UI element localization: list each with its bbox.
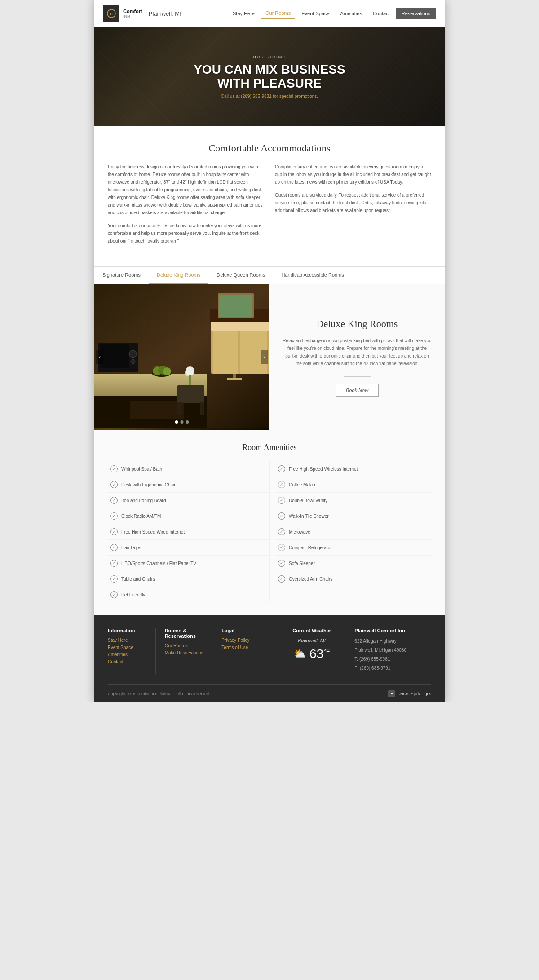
hero-content: OUR ROOMS YOU CAN MIX BUSINESS WITH PLEA… <box>194 55 345 99</box>
tab-signature-rooms[interactable]: Signature Rooms <box>94 267 149 284</box>
footer-weather-title: Current Weather <box>278 628 345 633</box>
footer-link-stay-here[interactable]: Stay Here <box>108 638 155 643</box>
amenities-col-right: Free High Speed Wireless Internet Coffee… <box>270 461 431 602</box>
weather-location: Plainwell, MI <box>278 638 345 643</box>
amenities-title: Room Amenities <box>108 443 431 452</box>
amenity-label: Walk-In Tile Shower <box>289 514 329 519</box>
amenity-label: Compact Refrigerator <box>289 545 332 550</box>
list-item: Double Bowl Vanity <box>275 493 431 508</box>
choice-label: CHOICE privileges <box>397 692 431 696</box>
amenity-label: Desk with Ergonomic Chair <box>121 482 176 487</box>
check-icon <box>278 544 285 551</box>
logo-text: Comfort INN <box>123 9 142 18</box>
amenities-col-left: Whirlpool Spa / Bath Desk with Ergonomic… <box>108 461 270 602</box>
list-item: Coffee Maker <box>275 477 431 493</box>
amenity-label: Oversized Arm Chairs <box>289 577 332 582</box>
list-item: Clock Radio AM/FM <box>108 508 270 524</box>
dot-3[interactable] <box>186 420 189 424</box>
svg-text:C: C <box>110 13 112 16</box>
room-card: ‹ › Deluxe King Rooms Relax and recharge… <box>94 284 445 430</box>
rooms-tabs-bar: Signature Rooms Deluxe King Rooms Deluxe… <box>94 267 445 284</box>
list-item: Hair Dryer <box>108 540 270 556</box>
tab-deluxe-queen[interactable]: Deluxe Queen Rooms <box>208 267 273 284</box>
check-icon <box>110 497 118 504</box>
svg-rect-18 <box>227 378 242 380</box>
footer-col-address: Plainwell Comfort Inn 622 Allegan Highwa… <box>354 628 431 674</box>
amenity-label: Free High Speed Wired Internet <box>121 530 185 534</box>
site-header: C Comfort INN Plainwell, MI Stay Here Ou… <box>94 0 445 27</box>
footer-link-terms[interactable]: Terms of Use <box>221 645 269 650</box>
check-icon <box>110 528 118 535</box>
footer-address-title: Plainwell Comfort Inn <box>354 628 431 633</box>
footer-link-event-space[interactable]: Event Space <box>108 645 155 650</box>
footer-grid: Information Stay Here Event Space Amenit… <box>108 628 431 684</box>
amenities-section: Room Amenities Whirlpool Spa / Bath Desk… <box>94 430 445 615</box>
logo-area: C Comfort INN Plainwell, MI <box>103 5 181 22</box>
tab-deluxe-king[interactable]: Deluxe King Rooms <box>149 267 208 284</box>
check-icon <box>278 560 285 567</box>
check-icon <box>278 497 285 504</box>
nav-contact[interactable]: Contact <box>368 8 394 19</box>
footer-link-amenities[interactable]: Amenities <box>108 652 155 657</box>
footer-col-weather: Current Weather Plainwell, MI ⛅ 63°F <box>278 628 345 674</box>
accom-p4: Guest rooms are serviced daily. To reque… <box>275 191 431 214</box>
footer-address-street: 622 Allegan Highway <box>354 638 431 645</box>
svg-point-15 <box>163 367 171 375</box>
amenity-label: Pet Friendly <box>121 592 145 597</box>
carousel-next-button[interactable]: › <box>261 350 268 364</box>
room-image-area: ‹ › <box>94 284 270 430</box>
hero-title-line1: YOU CAN MIX BUSINESS <box>194 62 345 76</box>
nav-amenities[interactable]: Amenities <box>336 8 367 19</box>
hero-title-line2: WITH PLEASURE <box>217 76 322 90</box>
dot-2[interactable] <box>181 420 184 424</box>
hero-eyebrow: OUR ROOMS <box>194 55 345 59</box>
check-icon <box>278 465 285 472</box>
svg-rect-31 <box>200 402 204 415</box>
book-now-button[interactable]: Book Now <box>336 384 379 397</box>
amenity-label: Iron and Ironing Board <box>121 498 166 503</box>
accom-col-left: Enjoy the timeless design of our freshly… <box>108 163 264 250</box>
amenity-label: Clock Radio AM/FM <box>121 514 161 519</box>
carousel-prev-button[interactable]: ‹ <box>96 350 103 364</box>
check-icon <box>110 465 118 472</box>
amenity-label: Free High Speed Wireless Internet <box>289 467 358 472</box>
brand-name: Comfort <box>123 9 142 14</box>
svg-point-28 <box>185 370 191 376</box>
hero-subtitle-prefix: Call us at <box>221 94 241 99</box>
nav-reservations[interactable]: Reservations <box>396 8 436 19</box>
check-icon <box>110 512 118 520</box>
footer-link-make-reservations[interactable]: Make Reservations <box>165 650 212 655</box>
nav-our-rooms[interactable]: Our Rooms <box>261 8 295 19</box>
accom-p2: Your comfort is our priority. Let us kno… <box>108 222 264 245</box>
weather-display: ⛅ 63°F <box>278 647 345 661</box>
svg-rect-9 <box>100 344 129 368</box>
check-icon <box>278 575 285 583</box>
dot-1[interactable] <box>175 420 178 424</box>
accom-col-right: Complimentary coffee and tea are availab… <box>275 163 431 250</box>
list-item: Iron and Ironing Board <box>108 493 270 508</box>
accommodations-title: Comfortable Accommodations <box>108 142 431 154</box>
list-item: Walk-In Tile Shower <box>275 508 431 524</box>
amenity-label: Microwave <box>289 530 310 534</box>
nav-stay-here[interactable]: Stay Here <box>228 8 259 19</box>
svg-rect-30 <box>177 402 182 415</box>
check-icon <box>110 560 118 567</box>
footer-link-privacy[interactable]: Privacy Policy <box>221 638 269 643</box>
footer-link-our-rooms[interactable]: Our Rooms <box>165 643 212 648</box>
room-description: Relax and recharge in a two poster king … <box>282 337 432 367</box>
nav-event-space[interactable]: Event Space <box>297 8 334 19</box>
check-icon <box>278 512 285 520</box>
accom-p3: Complimentary coffee and tea are availab… <box>275 163 431 186</box>
list-item: Sofa Sleeper <box>275 556 431 571</box>
weather-icon: ⛅ <box>294 648 306 660</box>
check-icon <box>110 481 118 488</box>
check-icon <box>110 544 118 551</box>
footer-link-contact[interactable]: Contact <box>108 659 155 664</box>
list-item: Desk with Ergonomic Chair <box>108 477 270 493</box>
tab-handicap-accessible[interactable]: Handicap Accessible Rooms <box>273 267 352 284</box>
amenity-label: Sofa Sleeper <box>289 561 315 566</box>
list-item: Table and Chairs <box>108 571 270 587</box>
list-item: Free High Speed Wired Internet <box>108 524 270 540</box>
hero-phone: (269) 685-9881 <box>241 94 271 99</box>
list-item: HBO/Sports Channels / Flat Panel TV <box>108 556 270 571</box>
